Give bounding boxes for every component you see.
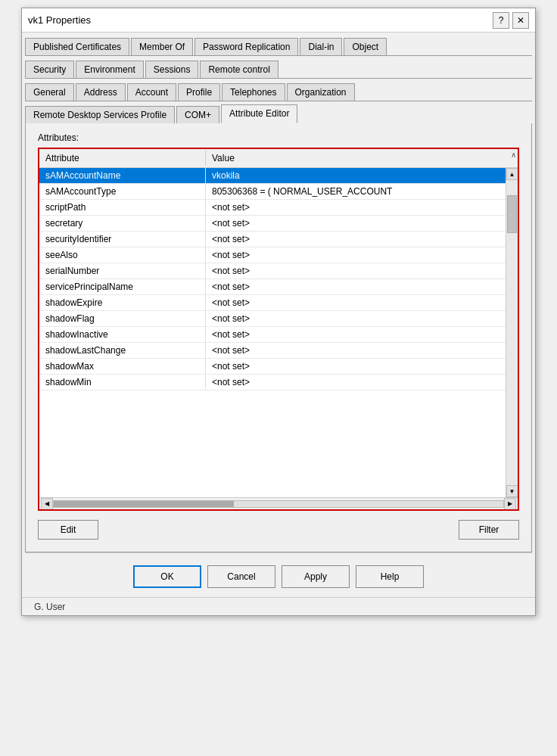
dialog-window: vk1 Properties ? ✕ Published Certificate… xyxy=(21,8,536,616)
cell-attribute: shadowMin xyxy=(39,375,206,390)
filter-button[interactable]: Filter xyxy=(459,520,519,540)
tab-account[interactable]: Account xyxy=(127,83,176,101)
cell-value: <not set> xyxy=(206,359,506,374)
table-row[interactable]: sAMAccountType805306368 = ( NORMAL_USER_… xyxy=(39,184,506,200)
close-button[interactable]: ✕ xyxy=(512,12,529,29)
scroll-up-btn[interactable]: ▲ xyxy=(506,168,518,180)
cell-value: <not set> xyxy=(206,247,506,263)
tab-rdp[interactable]: Remote Desktop Services Profile xyxy=(25,106,175,123)
table-row[interactable]: secretary<not set> xyxy=(39,216,506,232)
action-buttons: Edit Filter xyxy=(38,511,519,543)
cell-value: <not set> xyxy=(206,200,506,215)
cell-value: <not set> xyxy=(206,279,506,294)
table-with-scrollbar: sAMAccountNamevkokilasAMAccountType80530… xyxy=(39,168,518,497)
cell-value: 805306368 = ( NORMAL_USER_ACCOUNT xyxy=(206,184,506,199)
tab-remote-control[interactable]: Remote control xyxy=(200,61,278,78)
cell-attribute: scriptPath xyxy=(39,200,206,215)
cell-attribute: shadowMax xyxy=(39,359,206,374)
tab-dial-in[interactable]: Dial-in xyxy=(300,38,342,55)
title-bar: vk1 Properties ? ✕ xyxy=(22,8,535,33)
table-row[interactable]: shadowExpire<not set> xyxy=(39,295,506,311)
tab-member-of[interactable]: Member Of xyxy=(131,38,193,55)
tab-address[interactable]: Address xyxy=(76,83,126,101)
table-row[interactable]: servicePrincipalName<not set> xyxy=(39,279,506,295)
help-footer-button[interactable]: Help xyxy=(356,565,424,588)
table-row[interactable]: securityIdentifier<not set> xyxy=(39,232,506,247)
h-scroll-left-btn[interactable]: ◀ xyxy=(41,498,53,510)
content-area: Attributes: Attribute Value ∧ sAMAccount… xyxy=(25,123,532,552)
cell-attribute: shadowFlag xyxy=(39,311,206,326)
tab-com-plus[interactable]: COM+ xyxy=(176,106,219,123)
table-row[interactable]: shadowInactive<not set> xyxy=(39,327,506,343)
cell-attribute: shadowInactive xyxy=(39,327,206,342)
cell-value: <not set> xyxy=(206,295,506,310)
table-body[interactable]: sAMAccountNamevkokilasAMAccountType80530… xyxy=(39,168,506,497)
table-row[interactable]: shadowLastChange<not set> xyxy=(39,343,506,359)
tab-password-replication[interactable]: Password Replication xyxy=(194,38,298,55)
tab-object[interactable]: Object xyxy=(344,38,387,55)
tab-profile[interactable]: Profile xyxy=(178,83,220,101)
tab-row-2: Security Environment Sessions Remote con… xyxy=(25,58,532,79)
cell-value: <not set> xyxy=(206,343,506,358)
tab-security[interactable]: Security xyxy=(25,61,74,78)
scroll-thumb[interactable] xyxy=(507,195,517,233)
status-text: G. User xyxy=(34,602,65,612)
cell-attribute: securityIdentifier xyxy=(39,232,206,247)
horizontal-scrollbar[interactable]: ◀ ▶ xyxy=(39,497,518,509)
cell-attribute: serialNumber xyxy=(39,263,206,278)
cell-attribute: sAMAccountName xyxy=(39,168,206,183)
table-row[interactable]: serialNumber<not set> xyxy=(39,263,506,279)
tab-sessions[interactable]: Sessions xyxy=(145,61,199,78)
header-scroll-spacer: ∧ xyxy=(506,151,518,166)
tab-row-4: Remote Desktop Services Profile COM+ Att… xyxy=(25,104,532,124)
table-row[interactable]: seeAlso<not set> xyxy=(39,247,506,263)
edit-button[interactable]: Edit xyxy=(38,520,98,540)
tab-row-3: General Address Account Profile Telephon… xyxy=(25,81,532,101)
scroll-down-btn[interactable]: ▼ xyxy=(506,485,518,497)
window-title: vk1 Properties xyxy=(28,14,91,26)
table-row[interactable]: sAMAccountNamevkokila xyxy=(39,168,506,184)
tab-row-3-wrapper: General Address Account Profile Telephon… xyxy=(22,78,535,101)
tab-environment[interactable]: Environment xyxy=(76,61,143,78)
footer-buttons: OK Cancel Apply Help xyxy=(25,552,532,597)
tab-row-4-wrapper: Remote Desktop Services Profile COM+ Att… xyxy=(22,101,535,124)
vertical-scrollbar[interactable]: ▲ ▼ xyxy=(506,168,518,497)
cell-value: vkokila xyxy=(206,168,506,183)
h-scroll-track[interactable] xyxy=(53,500,504,508)
table-row[interactable]: shadowMin<not set> xyxy=(39,375,506,390)
cell-attribute: seeAlso xyxy=(39,247,206,263)
tab-row-1-wrapper: Published Certificates Member Of Passwor… xyxy=(22,33,535,56)
h-scroll-thumb[interactable] xyxy=(54,501,234,507)
h-scroll-right-btn[interactable]: ▶ xyxy=(504,498,516,510)
tab-telephones[interactable]: Telephones xyxy=(222,83,285,101)
table-header: Attribute Value ∧ xyxy=(39,149,518,168)
cell-value: <not set> xyxy=(206,327,506,342)
tab-attribute-editor[interactable]: Attribute Editor xyxy=(221,104,297,123)
status-bar: G. User xyxy=(22,597,535,615)
col-header-attribute: Attribute xyxy=(39,151,206,166)
scroll-track[interactable] xyxy=(506,180,518,485)
cell-value: <not set> xyxy=(206,263,506,278)
cell-value: <not set> xyxy=(206,216,506,231)
table-row[interactable]: shadowFlag<not set> xyxy=(39,311,506,327)
cell-value: <not set> xyxy=(206,232,506,247)
table-row[interactable]: scriptPath<not set> xyxy=(39,200,506,216)
help-button[interactable]: ? xyxy=(493,12,509,29)
cancel-button[interactable]: Cancel xyxy=(207,565,275,588)
cell-attribute: servicePrincipalName xyxy=(39,279,206,294)
tab-row-2-wrapper: Security Environment Sessions Remote con… xyxy=(22,55,535,79)
cell-attribute: shadowLastChange xyxy=(39,343,206,358)
attributes-table: Attribute Value ∧ sAMAccountNamevkokilas… xyxy=(38,148,519,511)
attributes-label: Attributes: xyxy=(38,132,519,143)
cell-attribute: secretary xyxy=(39,216,206,231)
apply-button[interactable]: Apply xyxy=(282,565,350,588)
tab-row-1: Published Certificates Member Of Passwor… xyxy=(25,36,532,56)
ok-button[interactable]: OK xyxy=(133,565,201,588)
table-row[interactable]: shadowMax<not set> xyxy=(39,359,506,375)
tab-general[interactable]: General xyxy=(25,83,74,101)
tab-organization[interactable]: Organization xyxy=(287,83,355,101)
col-header-value: Value xyxy=(206,151,506,166)
tab-published-certificates[interactable]: Published Certificates xyxy=(25,38,129,55)
cell-value: <not set> xyxy=(206,375,506,390)
cell-value: <not set> xyxy=(206,311,506,326)
